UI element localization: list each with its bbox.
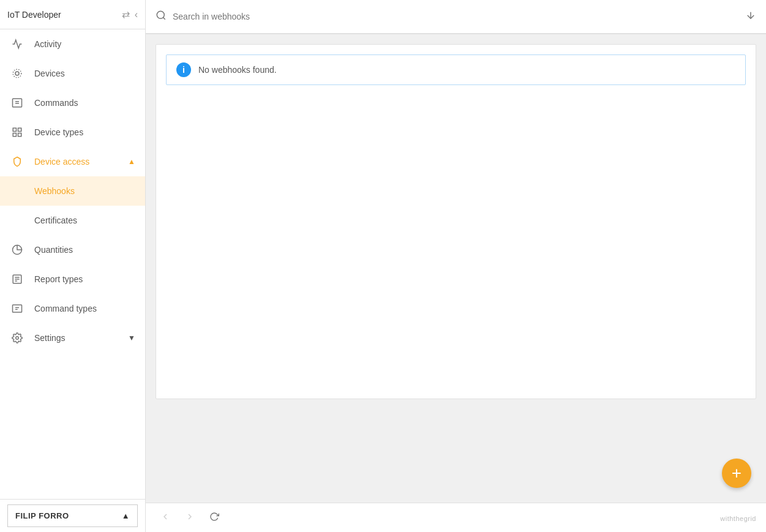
app-title: IoT Developer — [7, 10, 61, 20]
svg-rect-5 — [13, 128, 16, 131]
svg-point-17 — [157, 11, 164, 18]
device-access-expand-icon: ▲ — [128, 157, 135, 166]
commands-icon — [10, 96, 24, 110]
devices-label: Devices — [34, 69, 135, 78]
webhooks-label: Webhooks — [34, 186, 75, 196]
user-expand-icon: ▲ — [122, 511, 130, 520]
quantities-label: Quantities — [34, 245, 135, 255]
sort-icon[interactable] — [745, 10, 756, 24]
activity-icon — [10, 37, 24, 51]
next-icon — [185, 512, 195, 524]
report-types-icon — [10, 272, 24, 287]
search-icon — [156, 10, 167, 24]
sidebar-item-command-types[interactable]: Command types — [0, 294, 145, 323]
sidebar-item-activity[interactable]: Activity — [0, 29, 145, 59]
prev-icon — [160, 512, 170, 524]
svg-rect-6 — [18, 128, 21, 131]
sidebar-item-certificates[interactable]: Certificates — [0, 206, 145, 235]
empty-message: No webhooks found. — [198, 65, 277, 75]
settings-expand-icon: ▼ — [128, 334, 135, 342]
settings-label: Settings — [34, 333, 118, 343]
add-icon: + — [732, 463, 742, 483]
svg-rect-8 — [18, 133, 21, 137]
commands-label: Commands — [34, 98, 135, 108]
svg-point-0 — [15, 72, 19, 75]
sidebar-item-device-access[interactable]: Device access ▲ — [0, 147, 145, 176]
report-types-label: Report types — [34, 274, 135, 284]
user-menu-button[interactable]: FILIP FORRO ▲ — [7, 504, 138, 527]
next-page-button[interactable] — [180, 508, 200, 528]
collapse-icon[interactable]: ‹ — [135, 9, 138, 20]
device-access-icon — [10, 154, 24, 169]
svg-line-18 — [163, 17, 165, 19]
prev-page-button[interactable] — [156, 508, 175, 528]
command-types-label: Command types — [34, 304, 135, 313]
svg-point-16 — [16, 337, 19, 340]
svg-rect-13 — [13, 305, 22, 312]
sidebar-header: IoT Developer ⇄ ‹ — [0, 0, 145, 29]
pagination-bar: withthegrid — [146, 503, 766, 532]
device-access-label: Device access — [34, 157, 118, 167]
content-area: i No webhooks found. + — [146, 34, 766, 503]
search-bar — [146, 0, 766, 34]
header-icon-group: ⇄ ‹ — [122, 9, 138, 20]
sidebar-item-quantities[interactable]: Quantities — [0, 235, 145, 264]
device-types-label: Device types — [34, 127, 135, 137]
settings-icon — [10, 331, 24, 345]
sidebar: IoT Developer ⇄ ‹ Activity Devices Comma… — [0, 0, 146, 532]
search-input[interactable] — [173, 12, 739, 21]
sidebar-item-devices[interactable]: Devices — [0, 59, 145, 88]
refresh-button[interactable] — [205, 508, 224, 528]
main-content: i No webhooks found. + withthegrid — [146, 0, 766, 532]
switch-icon[interactable]: ⇄ — [122, 9, 130, 20]
sidebar-item-webhooks[interactable]: Webhooks — [0, 176, 145, 206]
info-icon: i — [176, 62, 191, 77]
device-types-icon — [10, 125, 24, 140]
watermark: withthegrid — [720, 515, 756, 522]
devices-icon — [10, 66, 24, 81]
sidebar-item-settings[interactable]: Settings ▼ — [0, 323, 145, 353]
info-banner: i No webhooks found. — [166, 54, 746, 85]
activity-label: Activity — [34, 39, 135, 49]
sidebar-item-report-types[interactable]: Report types — [0, 264, 145, 294]
svg-rect-7 — [13, 133, 16, 137]
add-webhook-button[interactable]: + — [722, 459, 751, 488]
certificates-label: Certificates — [34, 215, 77, 225]
sidebar-footer: FILIP FORRO ▲ — [0, 499, 145, 532]
content-panel: i No webhooks found. — [156, 44, 756, 399]
command-types-icon — [10, 301, 24, 316]
svg-point-1 — [13, 69, 21, 78]
sidebar-item-device-types[interactable]: Device types — [0, 118, 145, 147]
sidebar-item-commands[interactable]: Commands — [0, 88, 145, 118]
user-name: FILIP FORRO — [15, 511, 69, 520]
quantities-icon — [10, 242, 24, 257]
sidebar-nav: Activity Devices Commands Device types — [0, 29, 145, 499]
refresh-icon — [209, 512, 219, 524]
